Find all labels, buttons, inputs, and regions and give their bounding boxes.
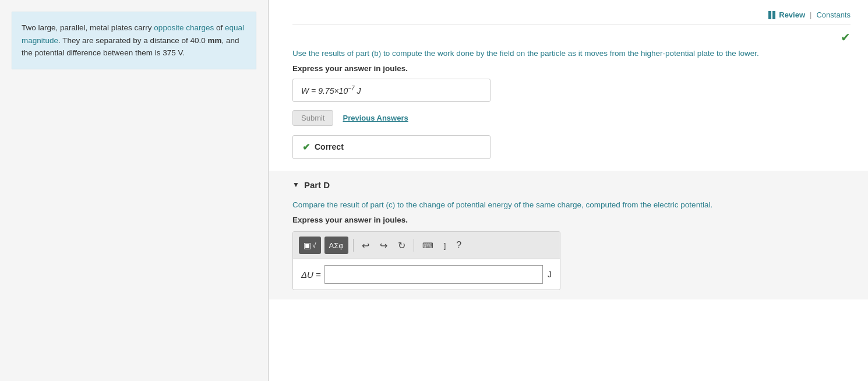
keyboard-button[interactable]: ⌨ bbox=[419, 237, 437, 254]
part-c-section: Use the results of part (b) to compute t… bbox=[292, 48, 851, 159]
math-template-button[interactable]: ▣ √ bbox=[299, 237, 321, 254]
part-d-express-label: Express your answer in joules. bbox=[292, 216, 845, 224]
bracket-button[interactable]: ] bbox=[440, 237, 450, 254]
page-layout: Two large, parallel, metal plates carry … bbox=[0, 0, 868, 381]
correct-label: Correct bbox=[315, 142, 344, 151]
reset-button[interactable]: ↻ bbox=[394, 237, 409, 254]
undo-icon: ↩ bbox=[362, 240, 369, 251]
redo-button[interactable]: ↪ bbox=[376, 237, 391, 254]
greek-letters-button[interactable]: ΑΣφ bbox=[324, 237, 348, 254]
toolbar-separator-1 bbox=[353, 239, 354, 252]
sqrt-icon: √ bbox=[312, 241, 316, 249]
answer-math: W = 9.75×10−7 J bbox=[301, 86, 361, 96]
main-content: Review | Constants ✔ Use the results of … bbox=[269, 0, 868, 381]
undo-button[interactable]: ↩ bbox=[358, 237, 373, 254]
review-icon bbox=[768, 11, 775, 19]
reset-icon: ↻ bbox=[398, 240, 405, 251]
collapse-arrow-icon[interactable]: ▼ bbox=[292, 181, 299, 189]
part-c-express-label: Express your answer in joules. bbox=[292, 64, 851, 73]
sidebar: Two large, parallel, metal plates carry … bbox=[0, 0, 268, 381]
math-toolbar: ▣ √ ΑΣφ ↩ ↪ bbox=[293, 232, 560, 259]
submit-row: Submit Previous Answers bbox=[292, 110, 851, 126]
correct-check-icon: ✔ bbox=[302, 142, 310, 153]
previous-answers-link[interactable]: Previous Answers bbox=[343, 114, 408, 122]
part-d-header: ▼ Part D bbox=[292, 180, 845, 190]
bracket-icon: ] bbox=[444, 241, 446, 250]
part-d-title: Part D bbox=[304, 180, 330, 190]
redo-icon: ↪ bbox=[380, 240, 387, 251]
keyboard-icon: ⌨ bbox=[422, 241, 433, 250]
part-c-instruction: Use the results of part (b) to compute t… bbox=[292, 48, 851, 59]
help-button[interactable]: ? bbox=[453, 237, 465, 254]
alpha-sigma-phi-label: ΑΣφ bbox=[329, 241, 344, 250]
problem-box: Two large, parallel, metal plates carry … bbox=[12, 12, 256, 69]
review-link[interactable]: Review bbox=[768, 10, 805, 19]
unit-mm: mm bbox=[207, 36, 221, 45]
math-input-row: ΔU = J bbox=[293, 259, 560, 290]
help-icon: ? bbox=[456, 240, 461, 251]
part-d-section: ▼ Part D Compare the result of part (c) … bbox=[269, 171, 868, 299]
correct-box: ✔ Correct bbox=[292, 135, 491, 159]
separator: | bbox=[810, 10, 811, 19]
constants-link[interactable]: Constants bbox=[816, 10, 851, 19]
check-icon: ✔ bbox=[841, 30, 851, 44]
toolbar-separator-2 bbox=[414, 239, 414, 252]
submit-button[interactable]: Submit bbox=[292, 110, 333, 126]
unit-label: J bbox=[548, 270, 552, 279]
review-label: Review bbox=[779, 10, 805, 19]
delta-u-input[interactable] bbox=[324, 265, 543, 284]
grid-icon: ▣ bbox=[304, 241, 311, 250]
answer-display-box: W = 9.75×10−7 J bbox=[292, 79, 491, 102]
math-editor: ▣ √ ΑΣφ ↩ ↪ bbox=[292, 231, 560, 290]
highlight-opposite: opposite charges bbox=[154, 23, 214, 32]
problem-text: Two large, parallel, metal plates carry … bbox=[22, 23, 244, 57]
top-checkmark: ✔ bbox=[292, 30, 851, 44]
top-bar: Review | Constants bbox=[292, 6, 851, 24]
part-d-instruction: Compare the result of part (c) to the ch… bbox=[292, 199, 845, 211]
delta-u-label: ΔU = bbox=[301, 270, 321, 280]
